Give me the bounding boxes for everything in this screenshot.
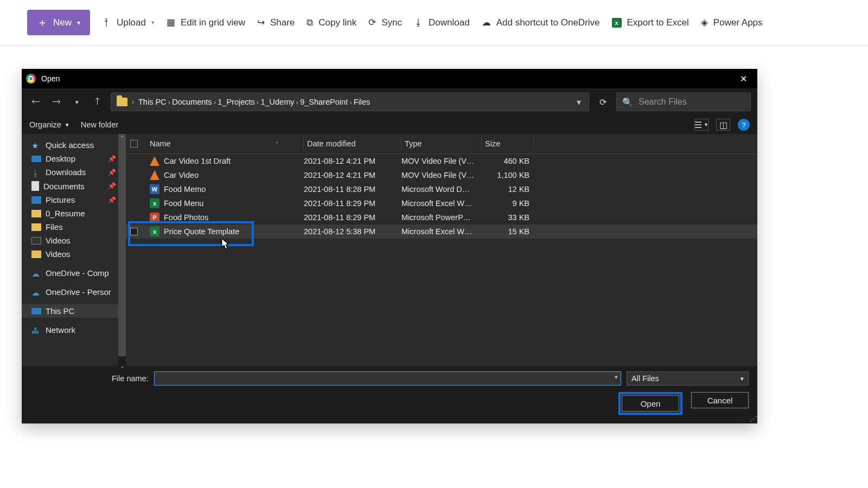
- file-date: 2021-08-11 8:29 PM: [304, 213, 401, 222]
- organize-button[interactable]: Organize▼: [29, 120, 70, 129]
- file-row[interactable]: Car Video 2021-08-12 4:21 PM MOV Video F…: [126, 168, 757, 182]
- file-date: 2021-08-12 4:21 PM: [304, 157, 401, 165]
- sidebar-item-label: Quick access: [46, 140, 94, 150]
- excel-icon: x: [150, 198, 159, 208]
- row-checkbox[interactable]: [130, 228, 138, 235]
- sidebar-scroll-down[interactable]: ˅: [118, 365, 126, 373]
- copylink-button[interactable]: ⧉Copy link: [307, 17, 356, 28]
- sync-button[interactable]: ⟳Sync: [368, 17, 402, 28]
- sidebar-item[interactable]: ☁OneDrive - Persor: [22, 285, 126, 299]
- folder-icon: [117, 98, 127, 106]
- file-name: Car Video 1st Draft: [164, 157, 231, 165]
- pc-icon: [31, 308, 41, 314]
- file-type: Microsoft Excel W…: [401, 227, 482, 236]
- open-button[interactable]: Open: [622, 395, 679, 412]
- breadcrumb-segment[interactable]: Files: [354, 98, 371, 106]
- file-row[interactable]: WFood Memo 2021-08-11 8:28 PM Microsoft …: [126, 182, 757, 196]
- history-dropdown[interactable]: ▾: [69, 94, 85, 110]
- file-list: Name˄ Date modified Type Size Car Video …: [126, 134, 757, 373]
- breadcrumb-segment[interactable]: 9_SharePoint: [300, 98, 348, 106]
- export-excel-button[interactable]: xExport to Excel: [612, 17, 689, 28]
- column-date[interactable]: Date modified: [304, 137, 401, 150]
- row-checkbox[interactable]: [130, 200, 138, 207]
- sidebar-item[interactable]: ☁OneDrive - Comp: [22, 266, 126, 280]
- breadcrumb-segment[interactable]: 1_Projects: [218, 98, 255, 106]
- sidebar-item[interactable]: Videos: [22, 234, 126, 247]
- folder-icon: [31, 210, 41, 217]
- new-button[interactable]: ＋New▾: [27, 10, 90, 35]
- search-input[interactable]: 🔍 Search Files: [616, 93, 751, 111]
- pin-icon: 📌: [108, 196, 116, 204]
- cancel-button[interactable]: Cancel: [691, 392, 749, 408]
- sidebar-item[interactable]: Videos: [22, 247, 126, 261]
- shortcut-button[interactable]: ☁Add shortcut to OneDrive: [482, 17, 600, 28]
- dialog-title: Open: [41, 74, 60, 83]
- sidebar-item[interactable]: 🖧Network: [22, 323, 126, 337]
- sidebar-item[interactable]: 0_Resume: [22, 207, 126, 220]
- chrome-icon: [26, 74, 36, 84]
- row-checkbox[interactable]: [130, 185, 138, 193]
- download-button[interactable]: ⭳Download: [414, 17, 470, 28]
- breadcrumb-segment[interactable]: Documents: [172, 98, 212, 106]
- sidebar-item[interactable]: ⭳Downloads📌: [22, 165, 126, 179]
- row-checkbox[interactable]: [130, 157, 138, 165]
- file-name: Price Quote Template: [164, 227, 239, 236]
- file-type: MOV Video File (V…: [401, 157, 482, 165]
- back-button[interactable]: 🡐: [28, 94, 43, 110]
- sidebar-item[interactable]: Files: [22, 220, 126, 234]
- sidebar-item[interactable]: This PC: [22, 304, 126, 318]
- sidebar-item[interactable]: Documents📌: [22, 179, 126, 193]
- filename-input[interactable]: [154, 371, 621, 386]
- edit-grid-button[interactable]: ▦Edit in grid view: [167, 17, 245, 28]
- filename-dropdown[interactable]: ▾: [615, 374, 618, 381]
- column-type[interactable]: Type: [401, 137, 482, 150]
- preview-pane-button[interactable]: ◫: [716, 119, 730, 131]
- close-icon[interactable]: ✕: [733, 69, 753, 88]
- up-button[interactable]: 🡑: [90, 94, 105, 110]
- help-button[interactable]: ?: [738, 119, 750, 131]
- breadcrumb-bar[interactable]: › This PC › Documents › 1_Projects › 1_U…: [111, 93, 589, 111]
- file-type: Microsoft Word D…: [401, 185, 482, 194]
- search-icon: 🔍: [622, 97, 633, 107]
- forward-button[interactable]: 🡒: [49, 94, 64, 110]
- file-open-dialog: Open ✕ 🡐 🡒 ▾ 🡑 › This PC › Documents › 1…: [22, 69, 757, 423]
- row-checkbox[interactable]: [130, 171, 138, 179]
- file-size: 33 KB: [482, 213, 534, 222]
- file-row[interactable]: xPrice Quote Template 2021-08-12 5:38 PM…: [126, 224, 757, 239]
- pic-icon: [31, 196, 41, 204]
- sidebar-item-label: Files: [46, 222, 63, 232]
- share-button[interactable]: ↪Share: [257, 17, 295, 28]
- upload-button[interactable]: ⭱Upload▾: [102, 17, 155, 28]
- resize-grip[interactable]: ⋰: [750, 416, 756, 422]
- file-row[interactable]: Car Video 1st Draft 2021-08-12 4:21 PM M…: [126, 154, 757, 168]
- column-size[interactable]: Size: [482, 137, 534, 150]
- breadcrumb-segment[interactable]: 1_Udemy: [260, 98, 294, 106]
- new-folder-button[interactable]: New folder: [81, 120, 118, 129]
- dialog-titlebar: Open ✕: [22, 69, 757, 88]
- file-row[interactable]: PFood Photos 2021-08-11 8:29 PM Microsof…: [126, 210, 757, 224]
- file-date: 2021-08-12 4:21 PM: [304, 171, 401, 179]
- column-headers: Name˄ Date modified Type Size: [126, 134, 757, 154]
- sidebar-item[interactable]: Desktop📌: [22, 152, 126, 165]
- sidebar-item[interactable]: Pictures📌: [22, 193, 126, 207]
- select-all-checkbox[interactable]: [130, 140, 138, 147]
- sidebar-scroll-up[interactable]: ˄: [118, 134, 126, 142]
- sidebar-item-label: Downloads: [46, 168, 86, 177]
- powerapps-button[interactable]: ◈Power Apps: [701, 17, 763, 28]
- shortcut-icon: ☁: [482, 17, 491, 28]
- column-name[interactable]: Name˄: [146, 137, 304, 150]
- star-icon: ★: [31, 141, 41, 150]
- breadcrumb-dropdown[interactable]: ▾: [575, 97, 583, 107]
- refresh-button[interactable]: ⟳: [595, 94, 611, 110]
- breadcrumb-segment[interactable]: This PC: [138, 98, 167, 106]
- pin-icon: 📌: [108, 155, 116, 163]
- sidebar-item-label: Desktop: [46, 154, 75, 163]
- annotation-highlight-open: Open: [618, 392, 682, 415]
- file-row[interactable]: xFood Menu 2021-08-11 8:29 PM Microsoft …: [126, 196, 757, 210]
- view-details-button[interactable]: ☰▼: [694, 119, 709, 131]
- row-checkbox[interactable]: [130, 214, 138, 221]
- file-name: Food Menu: [164, 199, 203, 208]
- sidebar-scrollbar[interactable]: [118, 134, 126, 373]
- sidebar-item[interactable]: ★Quick access: [22, 138, 126, 152]
- file-filter-dropdown[interactable]: All Files▾: [627, 371, 749, 386]
